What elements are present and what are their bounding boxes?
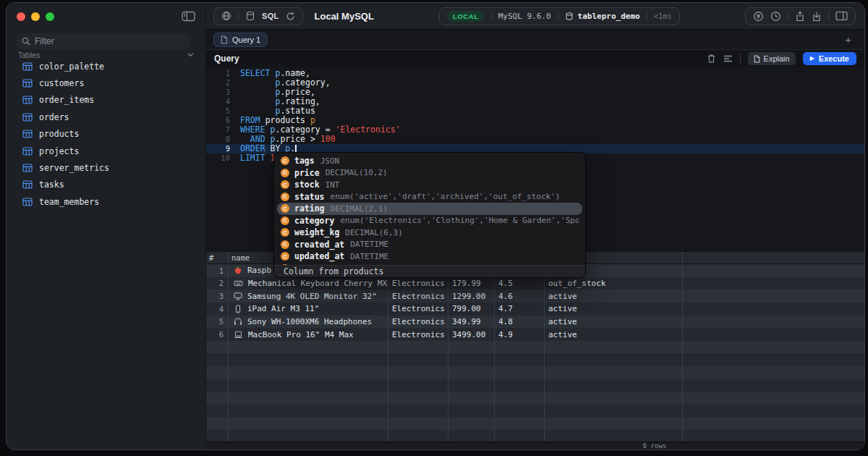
autocomplete-item-tags[interactable]: CtagsJSON (277, 155, 582, 167)
cell[interactable]: 349.99 (448, 316, 495, 329)
autocomplete-item-stock[interactable]: CstockINT (277, 179, 582, 191)
cell[interactable]: Samsung 4K OLED Monitor 32" (229, 290, 388, 303)
table-grid-icon (22, 113, 39, 122)
sidebar-item-team_members[interactable]: team_members (7, 193, 205, 210)
database-name[interactable]: tablepro_demo (578, 12, 640, 21)
autocomplete-item-category[interactable]: Ccategoryenum('Electronics','Clothing','… (277, 215, 582, 227)
tab-bar: Query 1 + (206, 30, 864, 50)
table-row-5[interactable]: 5Sony WH-1000XM6 HeadphonesElectronics34… (206, 316, 864, 329)
table-row-3[interactable]: 3Samsung 4K OLED Monitor 32"Electronics1… (206, 290, 864, 303)
autocomplete-item-created_at[interactable]: Ccreated_atDATETIME (277, 239, 582, 251)
cell[interactable]: Electronics (388, 290, 448, 303)
cell[interactable] (683, 316, 864, 329)
column-header-#[interactable]: # (206, 252, 229, 263)
execute-button[interactable]: ▶ Execute (803, 52, 856, 65)
cell[interactable]: Electronics (388, 303, 448, 316)
cell[interactable]: out_of_stock (545, 277, 683, 290)
cell[interactable] (683, 264, 864, 277)
sidebar-toggle-icon[interactable] (182, 11, 195, 22)
sql-mode-button[interactable]: SQL (262, 12, 279, 20)
cell[interactable] (683, 328, 864, 341)
table-name: projects (39, 146, 79, 156)
autocomplete-item-rating[interactable]: CratingDECIMAL(2,1) (277, 203, 582, 215)
export-icon[interactable] (795, 11, 805, 22)
import-icon[interactable] (812, 11, 822, 22)
cell[interactable]: 4.7 (495, 303, 545, 316)
cell[interactable]: active (545, 303, 683, 316)
table-row-empty (206, 418, 864, 431)
cell[interactable]: 4.8 (495, 316, 545, 329)
filter-input[interactable]: Filter (17, 33, 190, 49)
cell[interactable]: 179.99 (448, 277, 495, 290)
sidebar-item-products[interactable]: products (7, 126, 205, 143)
panel-right-icon[interactable] (835, 11, 848, 21)
sidebar-item-tasks[interactable]: tasks (7, 177, 205, 193)
trash-icon[interactable] (707, 54, 716, 64)
filter-placeholder: Filter (35, 36, 54, 46)
autocomplete-item-weight_kg[interactable]: Cweight_kgDECIMAL(6,3) (277, 227, 582, 239)
autocomplete-item-updated_at[interactable]: Cupdated_atDATETIME (277, 250, 582, 263)
column-badge-icon: C (281, 240, 289, 249)
sidebar-item-customers[interactable]: customers (7, 75, 205, 91)
column-badge-icon: C (281, 204, 289, 213)
table-name: tasks (39, 180, 64, 190)
cell[interactable]: active (545, 290, 683, 303)
cell[interactable]: 4 (206, 303, 229, 316)
cell[interactable]: Electronics (388, 277, 448, 290)
autocomplete-item-price[interactable]: CpriceDECIMAL(10,2) (277, 167, 582, 180)
table-row-4[interactable]: 4iPad Air M3 11"Electronics799.004.7acti… (206, 303, 864, 316)
cell[interactable]: 1 (206, 264, 229, 277)
table-row-2[interactable]: 2Mechanical Keyboard Cherry MXElectronic… (206, 277, 864, 290)
table-grid-icon (22, 62, 39, 71)
sidebar-item-server_metrics[interactable]: server_metrics (7, 159, 205, 176)
align-lines-icon[interactable] (723, 54, 733, 63)
cell[interactable]: Electronics (388, 328, 448, 341)
cell (545, 341, 683, 354)
cell[interactable]: MacBook Pro 16" M4 Max (229, 328, 388, 341)
cell[interactable]: iPad Air M3 11" (229, 303, 388, 316)
table-name: color_palette (39, 62, 104, 72)
connection-title: Local MySQL (315, 11, 374, 22)
cell[interactable]: 4.5 (495, 277, 545, 290)
cell[interactable]: active (545, 316, 683, 329)
sidebar-item-color_palette[interactable]: color_palette (7, 58, 205, 75)
cell[interactable]: Electronics (388, 316, 448, 329)
sidebar-item-projects[interactable]: projects (7, 143, 205, 159)
cell[interactable]: Sony WH-1000XM6 Headphones (229, 316, 388, 329)
column-name: category (294, 216, 334, 226)
explain-button[interactable]: Explain (748, 52, 796, 65)
cell (448, 341, 495, 354)
filter-lines-icon[interactable] (753, 11, 764, 22)
history-clock-icon[interactable] (770, 11, 781, 22)
cell[interactable]: 3 (206, 290, 229, 303)
sidebar-item-order_items[interactable]: order_items (7, 92, 205, 109)
cell[interactable]: 2 (206, 277, 229, 290)
autocomplete-item-status[interactable]: Cstatusenum('active','draft','archived',… (277, 191, 582, 203)
table-row-6[interactable]: 6MacBook Pro 16" M4 MaxElectronics3499.0… (206, 328, 864, 341)
database-icon[interactable] (245, 11, 255, 21)
cell[interactable]: 799.00 (448, 303, 495, 316)
cell[interactable] (683, 277, 864, 290)
cell[interactable] (683, 290, 864, 303)
cell[interactable]: 5 (206, 316, 229, 329)
tab-query-1[interactable]: Query 1 (213, 33, 268, 47)
cell[interactable] (683, 303, 864, 316)
cell[interactable]: Mechanical Keyboard Cherry MX (229, 277, 388, 290)
cell[interactable]: 1299.00 (448, 290, 495, 303)
cell[interactable]: 4.6 (495, 290, 545, 303)
window-minimize-icon[interactable] (31, 12, 40, 21)
refresh-icon[interactable] (286, 12, 295, 21)
cell[interactable]: 3499.00 (448, 328, 495, 341)
cell[interactable]: active (545, 328, 683, 341)
connection-mode-group: SQL (213, 7, 303, 25)
globe-icon[interactable] (221, 11, 231, 21)
results-table: #namecategorypriceratingstatus 1Raspb2Me… (206, 252, 864, 449)
cell[interactable]: 4.9 (495, 328, 545, 341)
window-close-icon[interactable] (17, 12, 25, 21)
cell[interactable]: 6 (206, 328, 229, 341)
window-zoom-icon[interactable] (46, 12, 54, 21)
add-tab-button[interactable]: + (845, 33, 851, 47)
divider (647, 11, 647, 21)
divider (828, 11, 829, 21)
sidebar-item-orders[interactable]: orders (7, 109, 205, 125)
